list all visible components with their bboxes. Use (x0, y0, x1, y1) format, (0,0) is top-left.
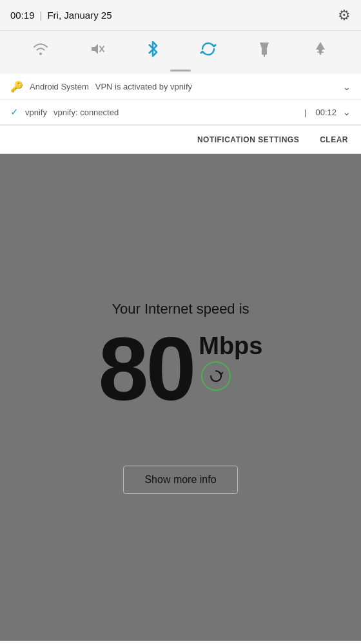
refresh-button[interactable] (201, 361, 231, 391)
notif-chevron-2[interactable]: ⌄ (343, 107, 351, 117)
status-time: 00:19 (10, 10, 35, 21)
notif-android-system: 🔑 Android System VPN is activated by vpn… (0, 74, 361, 100)
drag-handle[interactable] (0, 67, 361, 74)
refresh-icon (209, 369, 223, 383)
status-bar: 00:19 | Fri, January 25 ⚙ (0, 0, 361, 31)
notification-settings-button[interactable]: NOTIFICATION SETTINGS (190, 131, 307, 148)
wifi-icon[interactable] (29, 37, 52, 61)
speed-value: 80 (99, 324, 194, 414)
notif-divider-2: | (304, 108, 306, 117)
speed-unit-container: Mbps (199, 332, 262, 414)
drag-handle-bar (170, 70, 191, 71)
status-divider: | (40, 10, 43, 21)
notif-chevron-1[interactable]: ⌄ (343, 82, 351, 92)
notif-text-2: vpnify: connected (54, 108, 295, 117)
mute-icon[interactable] (85, 37, 108, 61)
sync-icon[interactable] (197, 37, 220, 61)
notif-time-2: 00:12 (315, 108, 337, 117)
notif-app-name-1: Android System (30, 82, 89, 91)
notif-actions-bar: NOTIFICATION SETTINGS CLEAR (0, 126, 361, 154)
notification-area: 🔑 Android System VPN is activated by vpn… (0, 74, 361, 126)
bluetooth-icon[interactable] (141, 37, 164, 61)
speed-label: Your Internet speed is (112, 301, 249, 317)
notif-text-1: VPN is activated by vpnify (95, 82, 337, 91)
svg-marker-3 (260, 43, 269, 48)
show-more-info-button[interactable]: Show more info (123, 466, 237, 494)
notif-app-name-2: vpnify (25, 108, 47, 117)
status-bar-right: ⚙ (338, 7, 351, 24)
flashlight-icon[interactable] (253, 37, 276, 61)
status-bar-left: 00:19 | Fri, January 25 (10, 10, 112, 21)
notif-check-icon: ✓ (10, 106, 19, 118)
vpn-key-icon: 🔑 (10, 80, 23, 93)
main-content: Your Internet speed is 80 Mbps Show more… (0, 154, 361, 641)
notif-vpnify: ✓ vpnify vpnify: connected | 00:12 ⌄ (0, 100, 361, 125)
svg-marker-0 (92, 44, 98, 54)
quick-settings-row (0, 31, 361, 67)
svg-rect-4 (262, 48, 267, 55)
status-date: Fri, January 25 (47, 10, 112, 21)
speed-unit: Mbps (199, 332, 262, 361)
speed-display: 80 Mbps (99, 324, 263, 414)
clear-button[interactable]: CLEAR (312, 131, 356, 148)
airplane-icon[interactable] (309, 37, 332, 61)
settings-icon[interactable]: ⚙ (338, 7, 351, 24)
